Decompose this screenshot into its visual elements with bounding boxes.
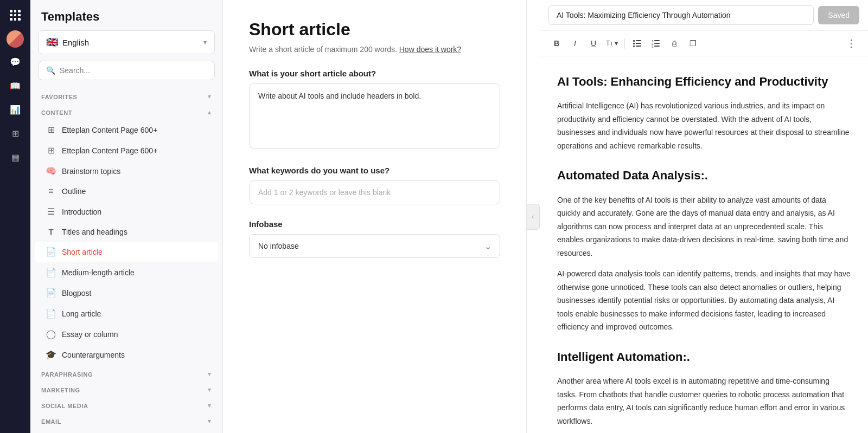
grid-icon[interactable]: ▦ — [5, 147, 25, 167]
language-selector[interactable]: 🇬🇧 English ▾ — [38, 30, 215, 54]
copy-button[interactable]: ❐ — [685, 35, 701, 51]
sidebar-item-short-article[interactable]: 📄 Short article — [35, 242, 218, 262]
text-icon: T — [46, 227, 56, 236]
svg-rect-3 — [636, 43, 641, 44]
chevron-down-icon: ▾ — [208, 402, 212, 409]
svg-text:3.: 3. — [652, 45, 654, 48]
sidebar-item-titles[interactable]: T Titles and headings — [35, 222, 218, 241]
numbered-list-button[interactable]: 1.2.3. — [648, 35, 664, 51]
underline-button[interactable]: U — [585, 35, 602, 51]
print-button[interactable]: ⎙ — [666, 35, 682, 51]
counter-icon: 🎓 — [46, 350, 56, 360]
infobase-select-wrapper: No infobase — [249, 234, 500, 258]
section-social-media[interactable]: SOCIAL MEDIA ▾ — [30, 397, 222, 412]
sidebar-item-essay[interactable]: ◯ Essay or column — [35, 324, 218, 344]
content-heading2: Automated Data Analysis:. — [557, 165, 851, 185]
collapse-panel-button[interactable]: ‹ — [527, 204, 540, 230]
bullet-list-button[interactable] — [629, 35, 646, 51]
keywords-input[interactable] — [249, 180, 500, 204]
content-para2: One of the key benefits of AI tools is t… — [557, 193, 851, 260]
svg-rect-7 — [654, 40, 660, 41]
language-label: English — [62, 38, 199, 47]
chevron-down-icon: ▾ — [208, 371, 212, 378]
svg-rect-5 — [636, 46, 641, 47]
sidebar-item-long-article[interactable]: 📄 Long article — [35, 303, 218, 324]
template-subtitle: Write a short article of maximum 200 wor… — [249, 45, 500, 54]
text-size-button[interactable]: Tт ▾ — [604, 35, 620, 51]
how-does-it-work-link[interactable]: How does it work? — [399, 45, 461, 54]
editor-title-bar: Saved — [540, 0, 868, 31]
template-form-panel: Short article Write a short article of m… — [223, 0, 527, 433]
toolbar-divider — [624, 38, 625, 49]
sidebar-item-blogpost[interactable]: 📄 Blogpost — [35, 283, 218, 303]
content-heading3: Intelligent Automation:. — [557, 347, 851, 367]
essay-icon: ◯ — [46, 329, 56, 339]
content-para3: AI-powered data analysis tools can ident… — [557, 267, 851, 334]
sidebar: Templates 🇬🇧 English ▾ 🔍 FAVORITES ▾ CON… — [30, 0, 223, 433]
field1-label: What is your short article about? — [249, 69, 500, 78]
doc-icon: ☰ — [46, 206, 56, 217]
form-group-infobase: Infobase No infobase — [249, 219, 500, 258]
editor-content: AI Tools: Enhancing Efficiency and Produ… — [540, 56, 868, 433]
chevron-up-icon: ▴ — [208, 109, 212, 116]
app-grid-icon[interactable] — [7, 7, 24, 24]
grid-icon: ⊞ — [46, 145, 56, 156]
sidebar-title: Templates — [30, 0, 222, 30]
article-about-input[interactable] — [249, 83, 500, 148]
italic-button[interactable]: I — [567, 35, 583, 51]
section-content[interactable]: CONTENT ▴ — [30, 104, 222, 119]
icon-bar: 💬 📖 📊 ⊞ ▦ — [0, 0, 30, 433]
svg-rect-4 — [633, 46, 635, 47]
document-title-input[interactable] — [548, 5, 814, 25]
chart-icon[interactable]: 📊 — [5, 100, 25, 119]
content-heading1: AI Tools: Enhancing Efficiency and Produ… — [557, 72, 851, 92]
section-favorites[interactable]: FAVORITES ▾ — [30, 88, 222, 104]
book-icon[interactable]: 📖 — [5, 76, 25, 95]
more-options-button[interactable]: ⋮ — [843, 35, 859, 51]
chevron-down-icon: ▾ — [208, 418, 212, 425]
sidebar-item-counterarguments[interactable]: 🎓 Counterarguments — [35, 345, 218, 365]
svg-rect-11 — [654, 46, 660, 47]
sidebar-item-introduction[interactable]: ☰ Introduction — [35, 202, 218, 222]
chevron-down-icon: ▾ — [203, 38, 207, 46]
content-para4: Another area where AI tools excel is in … — [557, 374, 851, 428]
sidebar-scroll: FAVORITES ▾ CONTENT ▴ ⊞ Etteplan Content… — [30, 88, 222, 433]
form-group-about: What is your short article about? — [249, 69, 500, 151]
outline-icon: ≡ — [46, 186, 56, 196]
sidebar-item-medium-article[interactable]: 📄 Medium-length article — [35, 262, 218, 282]
infobase-label: Infobase — [249, 219, 500, 229]
chevron-down-icon: ▾ — [208, 93, 212, 100]
svg-rect-9 — [654, 43, 660, 44]
sidebar-item-etteplan1[interactable]: ⊞ Etteplan Content Page 600+ — [35, 120, 218, 140]
svg-rect-0 — [633, 40, 635, 42]
editor-panel: Saved B I U Tт ▾ 1.2.3. ⎙ ❐ ⋮ AI Tools: … — [540, 0, 868, 433]
form-group-keywords: What keywords do you want to use? — [249, 166, 500, 204]
search-box: 🔍 — [38, 61, 215, 80]
template-title: Short article — [249, 20, 500, 40]
svg-rect-1 — [636, 40, 641, 41]
article-icon: 📄 — [46, 247, 56, 257]
brain-icon: 🧠 — [46, 166, 56, 176]
sidebar-item-brainstorm[interactable]: 🧠 Brainstorm topics — [35, 161, 218, 181]
section-marketing[interactable]: MARKETING ▾ — [30, 381, 222, 397]
bold-button[interactable]: B — [548, 35, 565, 51]
section-email[interactable]: EMAIL ▾ — [30, 412, 222, 428]
search-input[interactable] — [60, 66, 207, 75]
grid-icon: ⊞ — [46, 125, 56, 135]
sidebar-item-etteplan2[interactable]: ⊞ Etteplan Content Page 600+ — [35, 140, 218, 160]
long-article-icon: 📄 — [46, 308, 56, 319]
sidebar-item-outline[interactable]: ≡ Outline — [35, 182, 218, 201]
blog-icon: 📄 — [46, 288, 56, 298]
avatar[interactable] — [7, 30, 24, 48]
infobase-select[interactable]: No infobase — [249, 234, 500, 258]
editor-toolbar: B I U Tт ▾ 1.2.3. ⎙ ❐ ⋮ — [540, 31, 868, 56]
svg-rect-2 — [633, 43, 635, 44]
section-paraphrasing[interactable]: PARAPHRASING ▾ — [30, 365, 222, 381]
saved-button: Saved — [818, 6, 859, 24]
field2-label: What keywords do you want to use? — [249, 166, 500, 175]
search-icon: 🔍 — [46, 66, 55, 75]
flag-icon: 🇬🇧 — [46, 36, 58, 48]
chat-icon[interactable]: 💬 — [5, 52, 25, 72]
content-para1: Artificial Intelligence (AI) has revolut… — [557, 99, 851, 152]
table-icon[interactable]: ⊞ — [5, 124, 25, 143]
